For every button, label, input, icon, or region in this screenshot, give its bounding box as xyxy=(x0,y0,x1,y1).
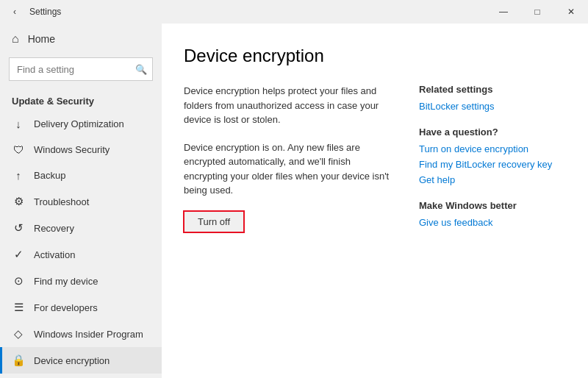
sidebar-item-label: Recovery xyxy=(34,223,74,234)
home-label: Home xyxy=(28,33,55,45)
sidebar-item-recovery[interactable]: ↺ Recovery xyxy=(0,215,162,241)
turn-off-button[interactable]: Turn off xyxy=(184,211,244,232)
sidebar-item-label: Device encryption xyxy=(34,355,110,366)
question-title: Have a question? xyxy=(419,126,566,138)
find-recovery-key-link[interactable]: Find my BitLocker recovery key xyxy=(419,159,566,170)
feedback-section-title: Make Windows better xyxy=(419,200,566,211)
page-title: Device encryption xyxy=(184,46,566,66)
sidebar-item-activation[interactable]: ✓ Activation xyxy=(0,241,162,268)
recovery-icon: ↺ xyxy=(12,221,25,235)
content-area: Device encryption Device encryption help… xyxy=(162,24,588,378)
minimize-button[interactable]: — xyxy=(487,0,520,24)
titlebar: ‹ Settings — □ ✕ xyxy=(0,0,588,24)
have-a-question-section: Have a question? Turn on device encrypti… xyxy=(419,126,566,185)
sidebar-item-device-encryption[interactable]: 🔒 Device encryption xyxy=(0,347,162,374)
sidebar-item-label: Delivery Optimization xyxy=(34,118,124,129)
titlebar-title: Settings xyxy=(29,7,61,17)
sidebar-item-windows-insider[interactable]: ◇ Windows Insider Program xyxy=(0,321,162,347)
search-icon: 🔍 xyxy=(135,64,147,75)
developers-icon: ☰ xyxy=(12,301,25,314)
sidebar-item-label: Backup xyxy=(34,170,65,181)
troubleshoot-icon: ⚙ xyxy=(12,195,25,208)
back-button[interactable]: ‹ xyxy=(6,3,24,21)
backup-icon: ↑ xyxy=(12,169,25,182)
related-settings-title: Related settings xyxy=(419,84,566,95)
sidebar-item-for-developers[interactable]: ☰ For developers xyxy=(0,294,162,321)
sidebar-item-label: Troubleshoot xyxy=(34,196,89,207)
delivery-icon: ↓ xyxy=(12,118,25,130)
insider-icon: ◇ xyxy=(12,327,25,340)
activation-icon: ✓ xyxy=(12,248,25,261)
sidebar-item-delivery-optimization[interactable]: ↓ Delivery Optimization xyxy=(0,111,162,137)
sidebar-item-label: Activation xyxy=(34,249,75,260)
sidebar-item-label: Find my device xyxy=(34,276,98,287)
sidebar-item-label: Windows Insider Program xyxy=(34,329,143,340)
maximize-button[interactable]: □ xyxy=(520,0,554,24)
right-panel: Related settings BitLocker settings Have… xyxy=(419,84,566,243)
bitlocker-settings-link[interactable]: BitLocker settings xyxy=(419,101,566,112)
encryption-icon: 🔒 xyxy=(12,354,25,367)
app-body: ⌂ Home 🔍 Update & Security ↓ Delivery Op… xyxy=(0,24,588,378)
sidebar-item-find-my-device[interactable]: ⊙ Find my device xyxy=(0,268,162,294)
search-container: 🔍 xyxy=(9,57,153,81)
sidebar-item-troubleshoot[interactable]: ⚙ Troubleshoot xyxy=(0,188,162,215)
get-help-link[interactable]: Get help xyxy=(419,174,566,185)
content-body: Device encryption helps protect your fil… xyxy=(184,84,566,243)
search-input[interactable] xyxy=(9,57,153,81)
status-text: Device encryption is on. Any new files a… xyxy=(184,140,390,198)
make-windows-better-section: Make Windows better Give us feedback xyxy=(419,200,566,228)
content-main: Device encryption helps protect your fil… xyxy=(184,84,390,243)
sidebar: ⌂ Home 🔍 Update & Security ↓ Delivery Op… xyxy=(0,24,162,378)
related-settings-section: Related settings BitLocker settings xyxy=(419,84,566,112)
give-feedback-link[interactable]: Give us feedback xyxy=(419,217,566,228)
titlebar-controls: — □ ✕ xyxy=(487,0,588,24)
security-icon: 🛡 xyxy=(12,143,25,156)
sidebar-item-windows-security[interactable]: 🛡 Windows Security xyxy=(0,137,162,163)
sidebar-item-label: For developers xyxy=(34,302,98,313)
sidebar-section-title: Update & Security xyxy=(0,90,162,111)
find-device-icon: ⊙ xyxy=(12,274,25,288)
turn-on-encryption-link[interactable]: Turn on device encryption xyxy=(419,143,566,154)
sidebar-item-backup[interactable]: ↑ Backup xyxy=(0,163,162,188)
sidebar-item-label: Windows Security xyxy=(34,144,110,155)
description-text: Device encryption helps protect your fil… xyxy=(184,84,390,127)
home-icon: ⌂ xyxy=(12,32,19,46)
titlebar-left: ‹ Settings xyxy=(6,3,61,21)
sidebar-item-home[interactable]: ⌂ Home xyxy=(0,24,162,54)
close-button[interactable]: ✕ xyxy=(554,0,588,24)
